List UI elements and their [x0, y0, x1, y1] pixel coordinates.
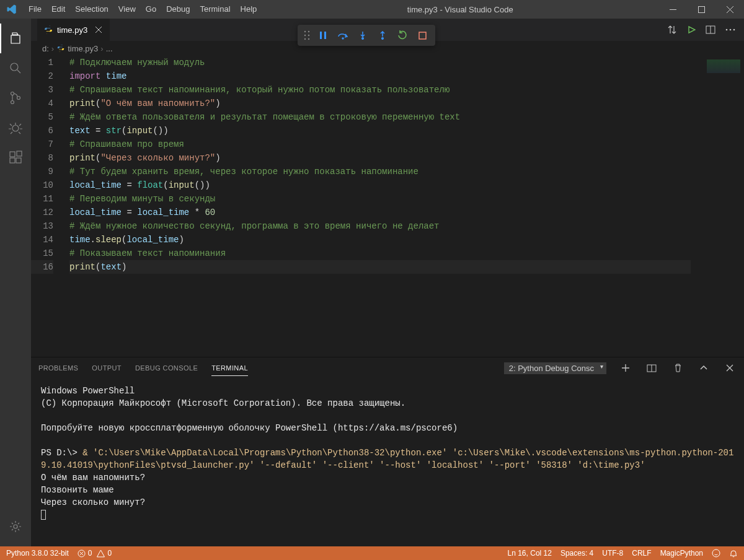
menu-help[interactable]: Help	[236, 0, 262, 19]
terminal-line: Попробуйте новую кроссплатформенную обол…	[41, 422, 734, 434]
panel-tab-output[interactable]: OUTPUT	[92, 361, 122, 376]
code-lines[interactable]: # Подключаем нужный модульimport time# С…	[66, 56, 691, 357]
extensions-activity[interactable]	[0, 142, 31, 172]
breadcrumb-file[interactable]: time.py3	[68, 44, 98, 53]
code-line[interactable]: # Ждём нужное количество секунд, програм…	[69, 219, 691, 233]
editor-actions	[667, 19, 744, 41]
breadcrumb-more[interactable]: ...	[106, 44, 113, 53]
run-icon[interactable]	[687, 25, 696, 34]
menu-selection[interactable]: Selection	[70, 0, 113, 19]
code-line[interactable]: print(text)	[69, 260, 691, 274]
status-bar: Python 3.8.0 32-bit 0 0 Ln 16, Col 12 Sp…	[0, 546, 744, 560]
source-control-activity[interactable]	[0, 83, 31, 113]
status-language[interactable]: MagicPython	[660, 549, 703, 558]
code-line[interactable]: # Ждём ответа пользователя и результат п…	[69, 110, 691, 124]
line-number: 7	[31, 138, 53, 151]
svg-point-25	[726, 29, 728, 31]
status-eol[interactable]: CRLF	[632, 549, 651, 558]
maximize-panel-icon[interactable]	[697, 365, 711, 370]
svg-point-6	[304, 38, 306, 40]
menu-go[interactable]: Go	[141, 0, 161, 19]
status-encoding[interactable]: UTF-8	[602, 549, 623, 558]
stop-button[interactable]	[413, 27, 432, 43]
menu-debug[interactable]: Debug	[161, 0, 195, 19]
menu-edit[interactable]: Edit	[46, 0, 70, 19]
menu-view[interactable]: View	[113, 0, 141, 19]
tab-close-icon[interactable]	[94, 25, 104, 35]
menu-terminal[interactable]: Terminal	[195, 0, 235, 19]
code-line[interactable]: print("Через сколько минут?")	[69, 151, 691, 165]
code-line[interactable]: time.sleep(local_time)	[69, 233, 691, 247]
breadcrumb-drive[interactable]: d:	[42, 44, 49, 53]
terminal-cursor-line	[41, 509, 734, 521]
close-panel-icon[interactable]	[723, 364, 737, 372]
status-spaces[interactable]: Spaces: 4	[560, 549, 593, 558]
settings-activity[interactable]	[0, 512, 31, 541]
status-ln-col[interactable]: Ln 16, Col 12	[508, 549, 552, 558]
activity-bar	[0, 19, 31, 546]
code-line[interactable]: # Подключаем нужный модуль	[69, 56, 691, 69]
terminal-content[interactable]: Windows PowerShell (C) Корпорация Майкро…	[31, 378, 744, 546]
menu-file[interactable]: File	[24, 0, 46, 19]
code-line[interactable]: # Переводим минуты в секунды	[69, 192, 691, 206]
terminal-selector[interactable]: 2: Python Debug Consc	[504, 362, 606, 374]
line-number: 11	[31, 192, 53, 206]
debug-toolbar[interactable]	[298, 25, 435, 46]
step-out-button[interactable]	[373, 27, 392, 43]
close-button[interactable]	[715, 0, 744, 19]
vscode-logo-icon	[6, 4, 17, 15]
code-line[interactable]: local_time = float(input())	[69, 178, 691, 192]
svg-rect-8	[320, 32, 322, 39]
feedback-icon[interactable]	[712, 549, 720, 558]
line-number: 14	[31, 233, 53, 247]
terminal-line: Windows PowerShell	[41, 385, 734, 397]
split-editor-icon[interactable]	[706, 25, 715, 34]
minimap[interactable]	[691, 56, 744, 357]
code-line[interactable]: text = str(input())	[69, 124, 691, 138]
line-number: 12	[31, 206, 53, 219]
bell-icon[interactable]	[729, 549, 738, 558]
panel-tab-terminal[interactable]: TERMINAL	[211, 361, 248, 376]
line-number: 1	[31, 56, 53, 69]
svg-rect-22	[17, 151, 22, 156]
svg-rect-1	[698, 6, 704, 12]
status-python[interactable]: Python 3.8.0 32-bit	[6, 549, 69, 558]
compare-changes-icon[interactable]	[667, 25, 677, 35]
window-title: time.py3 - Visual Studio Code	[262, 5, 658, 14]
status-problems[interactable]: 0 0	[78, 549, 112, 558]
code-line[interactable]: # Спрашиваем про время	[69, 138, 691, 151]
search-activity[interactable]	[0, 53, 31, 83]
step-into-button[interactable]	[353, 27, 372, 43]
new-terminal-icon[interactable]	[619, 364, 632, 372]
kill-terminal-icon[interactable]	[671, 364, 684, 372]
panel-tab-debug-console[interactable]: DEBUG CONSOLE	[135, 361, 198, 376]
code-line[interactable]: # Показываем текст напоминания	[69, 247, 691, 260]
line-number: 13	[31, 219, 53, 233]
code-editor[interactable]: 12345678910111213141516 # Подключаем нуж…	[31, 56, 744, 357]
restart-button[interactable]	[393, 27, 412, 43]
step-over-button[interactable]	[334, 27, 352, 43]
panel-tab-problems[interactable]: PROBLEMS	[38, 361, 78, 376]
svg-point-27	[733, 29, 735, 31]
line-number: 6	[31, 124, 53, 138]
code-line[interactable]: # Тут будем хранить время, через которое…	[69, 165, 691, 178]
line-number: 9	[31, 165, 53, 178]
line-number: 5	[31, 110, 53, 124]
svg-point-14	[11, 63, 18, 71]
more-icon[interactable]	[725, 28, 735, 31]
code-line[interactable]: print("О чём вам напомнить?")	[69, 97, 691, 110]
maximize-button[interactable]	[687, 0, 715, 19]
editor-tab[interactable]: time.py3	[37, 19, 110, 41]
minimize-button[interactable]	[658, 0, 687, 19]
line-number: 2	[31, 69, 53, 83]
explorer-activity[interactable]	[0, 24, 31, 53]
drag-grip-icon[interactable]	[301, 30, 312, 40]
code-line[interactable]: import time	[69, 69, 691, 83]
split-terminal-icon[interactable]	[645, 364, 658, 372]
pause-button[interactable]	[314, 27, 332, 43]
svg-point-26	[730, 29, 732, 31]
code-line[interactable]: local_time = local_time * 60	[69, 206, 691, 219]
code-line[interactable]: # Спрашиваем текст напоминания, который …	[69, 83, 691, 97]
debug-activity[interactable]	[0, 113, 31, 142]
bottom-panel: PROBLEMSOUTPUTDEBUG CONSOLETERMINAL 2: P…	[31, 357, 744, 546]
